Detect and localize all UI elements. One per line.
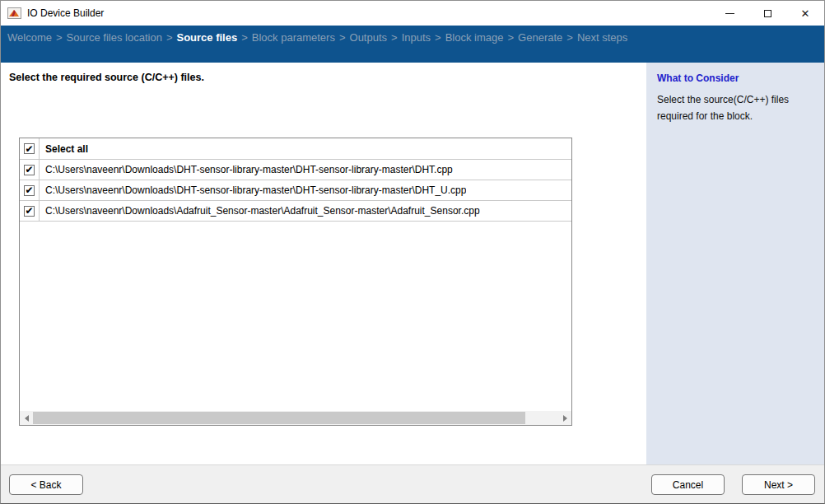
- source-file-path: C:\Users\naveenr\Downloads\DHT-sensor-li…: [40, 160, 453, 180]
- checkbox-check-icon: ✔: [25, 185, 33, 195]
- row-checkbox-cell: ✔: [20, 201, 40, 221]
- checkbox-check-icon: ✔: [25, 165, 33, 175]
- checkbox-check-icon: ✔: [25, 206, 33, 216]
- select-all-checkbox[interactable]: ✔: [24, 143, 35, 154]
- breadcrumb-separator: >: [391, 31, 398, 44]
- scroll-right-button[interactable]: [558, 411, 571, 425]
- what-to-consider-panel: What to Consider Select the source(C/C++…: [646, 63, 824, 464]
- checkbox-check-icon: ✔: [25, 144, 33, 154]
- breadcrumb-separator: >: [166, 31, 173, 44]
- close-button[interactable]: ✕: [786, 1, 824, 26]
- footer-bar: < Back Cancel Next >: [1, 464, 824, 503]
- table-row[interactable]: ✔ C:\Users\naveenr\Downloads\DHT-sensor-…: [20, 160, 571, 180]
- select-all-checkbox-cell: ✔: [20, 138, 40, 159]
- matlab-icon: [7, 7, 21, 19]
- horizontal-scrollbar[interactable]: [20, 411, 571, 425]
- table-row[interactable]: ✔ C:\Users\naveenr\Downloads\Adafruit_Se…: [20, 201, 571, 222]
- scroll-right-icon: [563, 415, 567, 422]
- row-checkbox[interactable]: ✔: [24, 165, 35, 175]
- main-panel: Select the required source (C/C++) files…: [1, 63, 646, 464]
- maximize-button[interactable]: [748, 1, 786, 26]
- table-row[interactable]: ✔ C:\Users\naveenr\Downloads\DHT-sensor-…: [20, 180, 571, 201]
- breadcrumb-step-next-steps[interactable]: Next steps: [577, 31, 627, 44]
- row-checkbox-cell: ✔: [20, 180, 40, 200]
- table-header-row: ✔ Select all: [20, 138, 571, 160]
- wizard-breadcrumb: Welcome>Source files location>Source fil…: [1, 26, 824, 63]
- back-button[interactable]: < Back: [9, 474, 83, 495]
- breadcrumb-step-generate[interactable]: Generate: [518, 31, 562, 44]
- close-icon: ✕: [801, 8, 810, 19]
- select-all-label: Select all: [40, 138, 88, 159]
- breadcrumb-step-block-parameters[interactable]: Block parameters: [252, 31, 335, 44]
- breadcrumb-separator: >: [435, 31, 441, 44]
- title-bar: IO Device Builder ✕: [1, 1, 824, 26]
- source-file-path: C:\Users\naveenr\Downloads\DHT-sensor-li…: [40, 180, 466, 200]
- row-checkbox-cell: ✔: [20, 160, 40, 180]
- window-title: IO Device Builder: [27, 7, 104, 19]
- breadcrumb-separator: >: [241, 31, 248, 44]
- minimize-button[interactable]: [711, 1, 748, 26]
- maximize-icon: [764, 10, 771, 17]
- minimize-icon: [725, 13, 734, 14]
- breadcrumb-step-block-image[interactable]: Block image: [445, 31, 504, 44]
- breadcrumb-step-welcome[interactable]: Welcome: [7, 31, 52, 44]
- breadcrumb-separator: >: [566, 31, 573, 44]
- sidebar-title: What to Consider: [657, 72, 813, 84]
- breadcrumb-step-source-files[interactable]: Source files: [176, 31, 237, 44]
- cancel-button[interactable]: Cancel: [651, 474, 725, 495]
- scrollbar-thumb[interactable]: [33, 412, 525, 424]
- scroll-left-icon: [25, 415, 29, 422]
- source-files-table: ✔ Select all ✔ C:\Users\naveenr\Download…: [19, 138, 572, 426]
- io-device-builder-window: IO Device Builder ✕ Welcome>Source files…: [0, 0, 825, 504]
- content-area: Select the required source (C/C++) files…: [1, 63, 824, 464]
- row-checkbox[interactable]: ✔: [24, 185, 35, 196]
- row-checkbox[interactable]: ✔: [24, 206, 35, 217]
- breadcrumb-separator: >: [56, 31, 63, 44]
- source-file-path: C:\Users\naveenr\Downloads\Adafruit_Sens…: [40, 201, 480, 221]
- breadcrumb-step-source-files-location[interactable]: Source files location: [67, 31, 162, 44]
- breadcrumb-separator: >: [507, 31, 514, 44]
- breadcrumb-step-outputs[interactable]: Outputs: [350, 31, 388, 44]
- sidebar-help-text: Select the source(C/C++) files required …: [657, 91, 813, 125]
- breadcrumb-step-inputs[interactable]: Inputs: [402, 31, 431, 44]
- page-title: Select the required source (C/C++) files…: [9, 72, 204, 83]
- scroll-left-button[interactable]: [20, 411, 33, 425]
- next-button[interactable]: Next >: [742, 474, 815, 495]
- breadcrumb-separator: >: [339, 31, 346, 44]
- window-controls: ✕: [711, 1, 824, 26]
